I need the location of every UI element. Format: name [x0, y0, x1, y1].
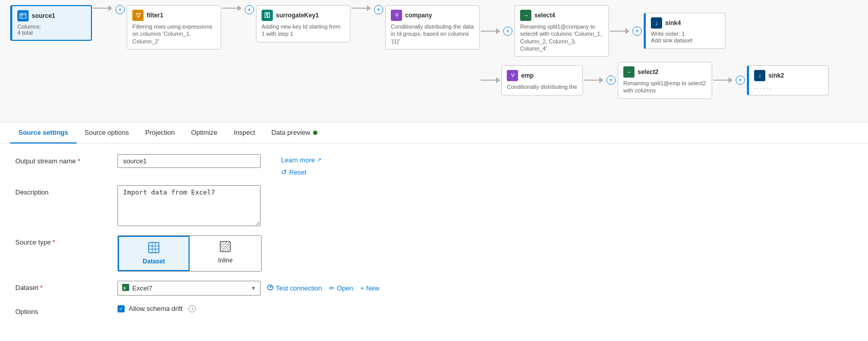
- tab-source-options[interactable]: Source options: [77, 123, 137, 143]
- options-label: Options: [15, 305, 107, 315]
- tab-projection[interactable]: Projection: [137, 123, 183, 143]
- description-label: Description: [15, 185, 107, 196]
- source-type-dataset-btn[interactable]: Dataset: [118, 236, 190, 271]
- svg-rect-1: [149, 242, 159, 253]
- allow-schema-drift-label: Allow schema drift: [129, 305, 182, 312]
- select2-icon: →: [623, 66, 635, 78]
- node-filter1-label: filter1: [147, 12, 163, 19]
- node-sink2-dots: . . . . . .: [754, 83, 823, 90]
- output-stream-row: Output stream name * Learn more ↗ ↺ Rese…: [15, 154, 853, 176]
- allow-schema-drift-row: ✓ Allow schema drift i: [118, 305, 196, 312]
- node-emp-desc: Conditionally distributing the: [507, 83, 577, 90]
- node-sink4[interactable]: ↓ sink4 Write order: 1 Add sink dataset: [644, 13, 725, 48]
- company-icon: ⑂: [391, 10, 402, 21]
- pipeline-split: + → select4 Renaming split1@company to s…: [480, 5, 829, 99]
- node-surrogate-label: surrogateKey1: [276, 12, 319, 19]
- plus-btn-4a[interactable]: +: [503, 27, 512, 36]
- dataset-chevron-icon: ▼: [251, 285, 256, 291]
- allow-schema-drift-info-icon[interactable]: i: [189, 305, 196, 312]
- node-select2-desc: Renaming split1@emp to select2 with colu…: [623, 80, 707, 94]
- description-input[interactable]: Import data from Excel7: [118, 185, 261, 226]
- reset-icon: ↺: [281, 168, 287, 176]
- source-type-required: *: [53, 238, 55, 246]
- external-link-icon: ↗: [317, 157, 321, 163]
- allow-schema-drift-checkbox[interactable]: ✓: [118, 305, 125, 312]
- dataset-select-wrapper: X Excel7 ▼ Test connection ✏ Open +: [118, 281, 380, 296]
- connector-5b: [583, 77, 604, 83]
- learn-more-button[interactable]: Learn more ↗: [281, 156, 321, 164]
- plus-btn-1[interactable]: +: [115, 5, 125, 14]
- plus-btn-3[interactable]: +: [374, 5, 383, 14]
- dataset-grid-icon: [148, 242, 159, 256]
- dataset-excel-icon: X: [122, 284, 129, 293]
- node-select4[interactable]: → select4 Renaming split1@company to sel…: [514, 5, 609, 57]
- dataset-value: Excel7: [132, 284, 152, 292]
- node-surrogateKey1[interactable]: ⚿ surrogateKey1 Adding new key Id starti…: [256, 5, 350, 42]
- connector-6b: [712, 77, 734, 83]
- plus-btn-2[interactable]: +: [245, 5, 254, 14]
- sink4-icon: ↓: [651, 17, 662, 29]
- options-row: Options ✓ Allow schema drift i: [15, 305, 853, 315]
- surrogate-icon: ⚿: [262, 10, 273, 21]
- inline-btn-label: Inline: [218, 257, 233, 264]
- edit-icon: ✏: [329, 284, 335, 292]
- node-source1-desc1: Columns:: [17, 23, 86, 30]
- connector-4b: [480, 77, 501, 83]
- tab-data-preview[interactable]: Data preview: [263, 123, 325, 143]
- node-select2[interactable]: → select2 Renaming split1@emp to select2…: [618, 62, 712, 99]
- dataset-actions: Test connection ✏ Open + New: [267, 284, 380, 293]
- connection-icon: [267, 284, 274, 293]
- node-sink2-label: sink2: [768, 72, 784, 79]
- node-select4-label: select4: [534, 12, 555, 19]
- filter1-icon: ▽: [132, 10, 144, 21]
- open-button[interactable]: ✏ Open: [329, 284, 353, 292]
- node-emp-label: emp: [521, 72, 534, 79]
- pipeline-canvas: source1 Columns: 4 total + ▽ filter1 Fil…: [0, 0, 868, 123]
- plus-btn-5b[interactable]: +: [606, 76, 616, 85]
- connector-3: [350, 5, 372, 11]
- output-stream-input[interactable]: [118, 154, 261, 168]
- dataset-select[interactable]: X Excel7 ▼: [118, 281, 261, 296]
- node-source1-label: source1: [32, 12, 55, 19]
- svg-line-8: [220, 241, 225, 246]
- dataset-label: Dataset *: [15, 281, 107, 291]
- node-filter1[interactable]: ▽ filter1 Filtering rows using expressio…: [127, 5, 221, 50]
- node-company[interactable]: ⑂ company Conditionally distributing the…: [385, 5, 480, 50]
- select4-icon: →: [520, 10, 531, 21]
- inline-hatch-icon: [220, 241, 231, 255]
- node-sink4-write: Write order: 1: [651, 31, 720, 37]
- source-type-inline-btn[interactable]: Inline: [190, 236, 261, 271]
- plus-btn-5a[interactable]: +: [632, 27, 642, 36]
- node-source1-desc2: 4 total: [17, 30, 86, 36]
- plus-btn-6b[interactable]: +: [736, 76, 745, 85]
- emp-icon: ⑂: [507, 70, 518, 81]
- svg-line-12: [225, 246, 230, 252]
- settings-area: Output stream name * Learn more ↗ ↺ Rese…: [0, 144, 868, 335]
- svg-point-17: [271, 286, 272, 287]
- data-preview-dot: [313, 131, 317, 135]
- tab-inspect[interactable]: Inspect: [225, 123, 263, 143]
- connector-4a: [480, 28, 501, 34]
- svg-text:X: X: [123, 286, 126, 290]
- node-sink4-desc: Add sink dataset: [651, 37, 720, 44]
- tab-optimize[interactable]: Optimize: [183, 123, 225, 143]
- test-connection-button[interactable]: Test connection: [267, 284, 322, 293]
- svg-rect-0: [20, 13, 26, 18]
- dataset-btn-label: Dataset: [143, 258, 165, 265]
- connector-2: [221, 5, 243, 11]
- node-select2-label: select2: [638, 68, 659, 76]
- plus-icon: +: [360, 284, 364, 292]
- right-links: Learn more ↗ ↺ Reset: [281, 154, 321, 176]
- description-row: Description Import data from Excel7: [15, 185, 853, 226]
- output-stream-required: *: [78, 157, 80, 165]
- dataset-row: Dataset * X Excel7 ▼ Test connection: [15, 281, 853, 296]
- node-sink2[interactable]: ↓ sink2 . . . . . .: [747, 65, 829, 95]
- node-emp[interactable]: ⑂ emp Conditionally distributing the: [501, 65, 583, 95]
- tabs-bar: Source settings Source options Projectio…: [0, 123, 868, 144]
- reset-button[interactable]: ↺ Reset: [281, 168, 321, 176]
- node-company-desc: Conditionally distributing the data in I…: [391, 23, 474, 45]
- connector-1: [92, 5, 113, 11]
- tab-source-settings[interactable]: Source settings: [10, 123, 77, 143]
- new-button[interactable]: + New: [360, 284, 380, 292]
- node-source1[interactable]: source1 Columns: 4 total: [10, 5, 92, 41]
